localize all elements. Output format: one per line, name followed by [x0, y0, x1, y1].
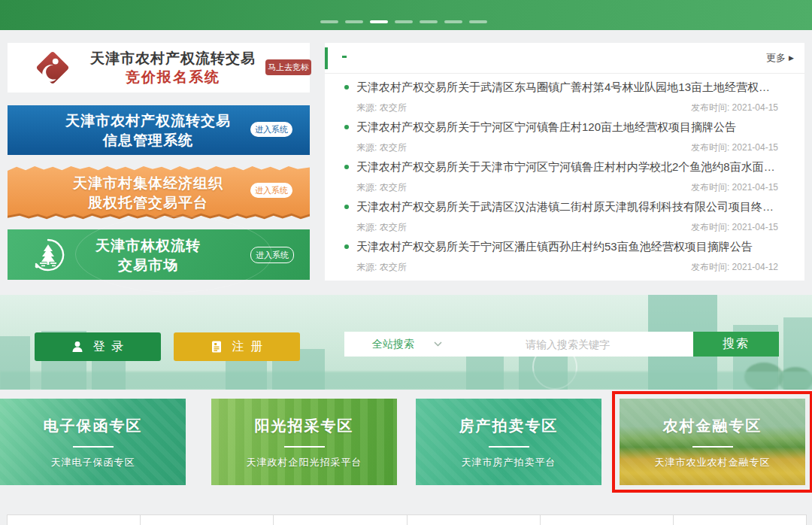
system-banner[interactable]: 天津市村集体经济组织 股权托管交易平台 进入系统 [8, 164, 310, 220]
search-category-select[interactable]: 全站搜索 [372, 338, 414, 351]
red-diamond-swirl-logo-icon [32, 47, 74, 89]
time-label: 发布时间: [691, 222, 729, 232]
zone-subtitle: 天津电子保函专区 [0, 456, 186, 469]
carousel-dash[interactable] [469, 20, 487, 23]
announcement-source: 来源: 农交所 [356, 181, 407, 193]
search-input[interactable] [442, 338, 693, 351]
banner-title-line1: 天津市农村产权流转交易 [8, 111, 289, 131]
zone-divider [284, 446, 325, 448]
zone-card[interactable]: 房产拍卖专区 天津市房产拍卖平台 [416, 399, 601, 485]
bullet-dot-icon [344, 165, 349, 169]
announcement-title[interactable]: 天津农村产权交易所关于宁河区潘庄镇西孙庄村约53亩鱼池经营权项目摘牌公告 [356, 240, 753, 254]
zone-title: 房产拍卖专区 [416, 416, 601, 436]
time-label: 发布时间: [691, 142, 729, 153]
announcement-source: 来源: 农交所 [356, 102, 407, 114]
more-link[interactable]: 更多 ▶ [766, 51, 794, 65]
register-button[interactable]: 注 册 [174, 332, 300, 361]
carousel-dash[interactable] [320, 20, 338, 23]
banner-title-line1: 天津市村集体经济组织 [8, 174, 289, 193]
zone-title: 农村金融专区 [620, 416, 805, 436]
announcement-item[interactable]: 天津农村产权交易所关于武清区汉沽港镇二街村原天津凯得利科技有限公司项目终结公告 … [344, 199, 778, 233]
announcement-meta: 来源: 农交所 发布时间: 2021-04-15 [356, 181, 778, 193]
announcement-date: 发布时间: 2021-04-15 [691, 221, 778, 233]
announcement-title[interactable]: 天津农村产权交易所关于武清区东马圈镇广善村第4号林业队园地13亩土地经营权等4个… [356, 80, 778, 95]
bidding-title-line2: 竞价报名系统 [81, 68, 265, 86]
date-value: 2021-04-15 [732, 102, 778, 113]
carousel-dash[interactable] [395, 20, 413, 23]
login-button[interactable]: 登 录 [35, 332, 161, 361]
carousel-dash[interactable] [420, 20, 438, 23]
banner-title: 天津市林权流转 交易市场 [8, 229, 289, 275]
announcement-source: 来源: 农交所 [356, 261, 407, 273]
banner-title-line2: 交易市场 [8, 256, 289, 275]
date-value: 2021-04-12 [732, 262, 778, 272]
table-cell [7, 514, 141, 525]
announcement-source: 来源: 农交所 [356, 221, 407, 233]
announcement-title-row: 天津农村产权交易所关于武清区汉沽港镇二街村原天津凯得利科技有限公司项目终结公告 [344, 199, 778, 214]
page: 天津市农村产权流转交易 竞价报名系统 马上去竞标 [0, 0, 812, 525]
go-bid-button[interactable]: 马上去竞标 [265, 59, 311, 75]
announcement-item[interactable]: 天津农村产权交易所关于宁河区宁河镇鲁庄村120亩土地经营权项目摘牌公告 来源: … [344, 120, 778, 153]
bidding-title-line1: 天津市农村产权流转交易 [81, 49, 265, 68]
carousel-dash[interactable] [370, 20, 388, 23]
time-label: 发布时间: [691, 262, 729, 272]
source-value: 农交所 [380, 182, 407, 193]
enter-system-button[interactable]: 进入系统 [250, 122, 292, 137]
announcement-title-row: 天津农村产权交易所关于武清区东马圈镇广善村第4号林业队园地13亩土地经营权等4个… [344, 80, 778, 95]
announcement-title[interactable]: 天津农村产权交易所关于天津市宁河区宁河镇鲁庄村村内学校北2个鱼池约8亩水面经营.… [356, 160, 778, 174]
table-cell [273, 514, 407, 525]
source-value: 农交所 [380, 222, 407, 232]
zone-card[interactable]: 农村金融专区 天津市农业农村金融专区 [620, 399, 805, 485]
more-arrow-icon: ▶ [789, 54, 794, 62]
table-cell [673, 514, 807, 525]
bidding-card-title: 天津市农村产权流转交易 竞价报名系统 [81, 49, 265, 86]
table-cell [540, 514, 674, 525]
announcement-title[interactable]: 天津农村产权交易所关于宁河区宁河镇鲁庄村120亩土地经营权项目摘牌公告 [356, 120, 736, 135]
city-base [0, 372, 812, 390]
search-button[interactable]: 搜索 [693, 332, 779, 357]
zone-card[interactable]: 电子保函专区 天津电子保函专区 [0, 399, 186, 485]
system-banner[interactable]: 天津市林权流转 交易市场 进入系统 [8, 229, 310, 280]
table-cell [407, 514, 541, 525]
table-cell [140, 514, 274, 525]
source-label: 来源: [356, 262, 377, 272]
announcement-meta: 来源: 农交所 发布时间: 2021-04-15 [356, 102, 778, 114]
zone-card[interactable]: 阳光招采专区 天津政村企阳光招采平台 [211, 399, 397, 485]
carousel-dash[interactable] [345, 20, 363, 23]
announcement-date: 发布时间: 2021-04-15 [691, 141, 778, 153]
announcement-date: 发布时间: 2021-04-12 [691, 261, 778, 273]
chevron-down-icon[interactable] [434, 341, 442, 347]
zone-title: 阳光招采专区 [211, 416, 397, 436]
zone-subtitle: 天津政村企阳光招采平台 [211, 456, 397, 469]
source-value: 农交所 [380, 262, 407, 272]
zone-divider [692, 446, 733, 448]
top-carousel-bar [0, 0, 812, 30]
announcements-panel: 更多 ▶ 天津农村产权交易所关于武清区东马圈镇广善村第4号林业队园地13亩土地经… [325, 43, 804, 281]
announcement-item[interactable]: 天津农村产权交易所关于武清区东马圈镇广善村第4号林业队园地13亩土地经营权等4个… [344, 80, 778, 114]
zone-divider [489, 446, 529, 448]
register-label: 注 册 [232, 339, 264, 355]
announcement-item[interactable]: 天津农村产权交易所关于宁河区潘庄镇西孙庄村约53亩鱼池经营权项目摘牌公告 来源:… [344, 239, 778, 273]
enter-system-button[interactable]: 进入系统 [250, 247, 294, 263]
login-label: 登 录 [93, 339, 125, 355]
date-value: 2021-04-15 [732, 222, 778, 232]
source-label: 来源: [356, 142, 377, 153]
announcement-title[interactable]: 天津农村产权交易所关于武清区汉沽港镇二街村原天津凯得利科技有限公司项目终结公告 [356, 200, 778, 214]
system-banner[interactable]: 天津市农村产权流转交易 信息管理系统 进入系统 [8, 105, 310, 155]
hero-band: 登 录 注 册 全站搜索 搜索 [0, 295, 812, 390]
search-bar: 全站搜索 搜索 [344, 332, 779, 357]
date-value: 2021-04-15 [732, 182, 778, 193]
source-label: 来源: [356, 102, 377, 113]
announcement-item[interactable]: 天津农村产权交易所关于天津市宁河区宁河镇鲁庄村村内学校北2个鱼池约8亩水面经营.… [344, 159, 778, 193]
bullet-dot-icon [344, 244, 349, 249]
enter-system-button[interactable]: 进入系统 [250, 183, 292, 198]
announcement-title-row: 天津农村产权交易所关于宁河区宁河镇鲁庄村120亩土地经营权项目摘牌公告 [344, 120, 778, 135]
time-label: 发布时间: [691, 182, 729, 193]
source-label: 来源: [356, 222, 377, 232]
zone-card-row: 阳光招采专区 天津政村企阳光招采平台 房产拍卖专区 天津市房产拍卖平台 农村金融… [0, 399, 812, 485]
zone-divider [73, 446, 114, 448]
bidding-system-card[interactable]: 天津市农村产权流转交易 竞价报名系统 马上去竞标 [8, 43, 310, 93]
zone-title: 电子保函专区 [0, 416, 186, 436]
carousel-dash[interactable] [444, 20, 462, 23]
zone-subtitle: 天津市房产拍卖平台 [416, 456, 601, 469]
